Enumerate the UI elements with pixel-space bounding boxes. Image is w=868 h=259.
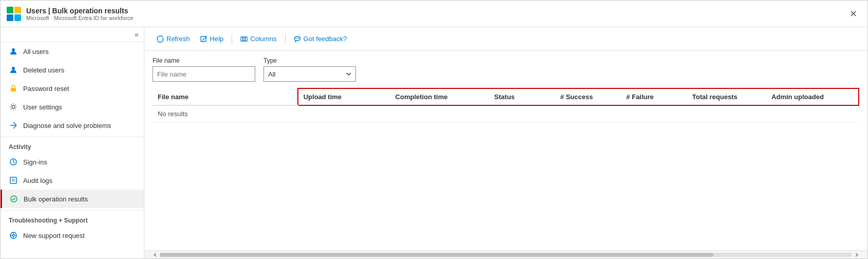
- svg-rect-23: [245, 37, 247, 41]
- sidebar-item-user-settings[interactable]: User settings: [1, 98, 144, 116]
- sidebar-label-bulk-op: Bulk operation results: [24, 195, 88, 203]
- user-settings-icon: [9, 102, 18, 112]
- svg-point-0: [12, 48, 15, 51]
- sidebar-label-new-support: New support request: [23, 232, 85, 239]
- sidebar-item-bulk-op[interactable]: Bulk operation results: [1, 190, 144, 208]
- feedback-icon: [294, 35, 301, 43]
- page-subtitle: Microsoft · Microsoft Entra ID for workf…: [26, 15, 133, 21]
- password-reset-icon: [9, 84, 18, 93]
- table-container: File name Upload time Completion time St…: [144, 88, 867, 250]
- col-upload-time: Upload time: [298, 88, 390, 105]
- feedback-label: Got feedback?: [304, 35, 347, 43]
- help-label: Help: [210, 35, 224, 43]
- sidebar-item-audit-logs[interactable]: Audit logs: [1, 171, 144, 190]
- no-results-row: No results: [153, 105, 859, 122]
- sidebar-item-all-users[interactable]: All users: [1, 42, 144, 61]
- svg-point-13: [12, 234, 14, 236]
- file-name-input[interactable]: [153, 66, 255, 82]
- refresh-button[interactable]: Refresh: [153, 32, 194, 45]
- svg-rect-20: [201, 36, 206, 42]
- sidebar-collapse-row: «: [1, 27, 144, 42]
- audit-logs-icon: [9, 176, 18, 185]
- type-filter-group: Type All: [263, 57, 356, 82]
- columns-icon: [240, 35, 248, 43]
- sidebar-label-password-reset: Password reset: [23, 85, 69, 92]
- file-name-filter-label: File name: [153, 57, 255, 64]
- sign-ins-icon: [9, 157, 18, 166]
- sidebar-label-deleted-users: Deleted users: [23, 66, 64, 74]
- logo-sq-1: [7, 7, 13, 13]
- svg-point-1: [12, 67, 15, 70]
- troubleshoot-section-header: Troubleshooting + Support: [1, 210, 144, 226]
- col-failure: # Failure: [621, 88, 687, 105]
- refresh-icon: [157, 35, 164, 43]
- new-support-icon: [9, 231, 18, 240]
- sidebar-item-sign-ins[interactable]: Sign-ins: [1, 153, 144, 171]
- title-bar: Users | Bulk operation results Microsoft…: [1, 1, 867, 27]
- main-layout: « All users Deleted users Password rese: [1, 27, 867, 258]
- help-icon: [200, 35, 207, 43]
- col-total-requests: Total requests: [687, 88, 766, 105]
- close-button[interactable]: ✕: [845, 6, 861, 22]
- scroll-left-arrow[interactable]: [153, 252, 158, 257]
- sidebar-label-all-users: All users: [23, 48, 49, 55]
- sidebar-collapse-button[interactable]: «: [135, 30, 139, 39]
- columns-label: Columns: [250, 35, 276, 43]
- sidebar-item-password-reset[interactable]: Password reset: [1, 79, 144, 98]
- svg-rect-8: [10, 177, 16, 183]
- toolbar: Refresh Help Columns Got feedback?: [144, 27, 867, 51]
- activity-section-header: Activity: [1, 137, 144, 153]
- type-select[interactable]: All: [263, 66, 356, 82]
- logo-sq-2: [14, 7, 21, 13]
- scrollbar-track[interactable]: [160, 253, 852, 257]
- svg-rect-2: [11, 88, 16, 91]
- bulk-op-icon: [9, 194, 18, 203]
- svg-line-5: [13, 122, 16, 125]
- sidebar-item-deleted-users[interactable]: Deleted users: [1, 61, 144, 79]
- logo-sq-4: [14, 14, 21, 21]
- all-users-icon: [9, 47, 18, 56]
- page-title: Users | Bulk operation results: [26, 7, 133, 15]
- refresh-label: Refresh: [166, 35, 190, 43]
- columns-button[interactable]: Columns: [236, 32, 280, 45]
- col-success: # Success: [555, 88, 621, 105]
- app-container: Users | Bulk operation results Microsoft…: [0, 0, 868, 259]
- chevron-down-icon: [346, 72, 351, 76]
- scrollbar-thumb[interactable]: [160, 253, 713, 257]
- scroll-right-arrow[interactable]: [854, 252, 859, 257]
- logo-sq-3: [7, 14, 13, 21]
- horizontal-scrollbar[interactable]: [144, 250, 867, 258]
- sidebar-label-audit-logs: Audit logs: [23, 177, 52, 184]
- svg-line-6: [13, 125, 16, 128]
- table-header-row: File name Upload time Completion time St…: [153, 88, 859, 105]
- data-table: File name Upload time Completion time St…: [153, 88, 859, 122]
- svg-marker-19: [157, 39, 159, 41]
- col-admin-uploaded: Admin uploaded: [766, 88, 859, 105]
- sidebar-label-diagnose: Diagnose and solve problems: [23, 122, 111, 130]
- title-bar-left: Users | Bulk operation results Microsoft…: [7, 7, 133, 21]
- app-logo: [7, 7, 21, 21]
- sidebar: « All users Deleted users Password rese: [1, 27, 144, 258]
- title-text: Users | Bulk operation results Microsoft…: [26, 7, 133, 21]
- feedback-button[interactable]: Got feedback?: [290, 32, 351, 45]
- col-file-name: File name: [153, 88, 298, 105]
- toolbar-divider-1: [232, 34, 232, 44]
- file-name-filter-group: File name: [153, 57, 255, 82]
- sidebar-item-new-support[interactable]: New support request: [1, 226, 144, 245]
- filters-row: File name Type All: [144, 51, 867, 88]
- svg-marker-18: [162, 38, 164, 39]
- type-select-value: All: [268, 70, 275, 78]
- sidebar-label-user-settings: User settings: [23, 103, 62, 111]
- sidebar-label-sign-ins: Sign-ins: [23, 158, 47, 166]
- diagnose-icon: [9, 121, 18, 130]
- type-filter-label: Type: [263, 57, 356, 64]
- sidebar-item-diagnose[interactable]: Diagnose and solve problems: [1, 116, 144, 135]
- help-button[interactable]: Help: [196, 32, 228, 45]
- col-completion-time: Completion time: [390, 88, 489, 105]
- no-results-text: No results: [153, 105, 859, 122]
- deleted-users-icon: [9, 65, 18, 75]
- col-status: Status: [489, 88, 555, 105]
- content-area: Refresh Help Columns Got feedback?: [144, 27, 867, 258]
- toolbar-divider-2: [285, 34, 286, 44]
- svg-point-3: [12, 105, 15, 108]
